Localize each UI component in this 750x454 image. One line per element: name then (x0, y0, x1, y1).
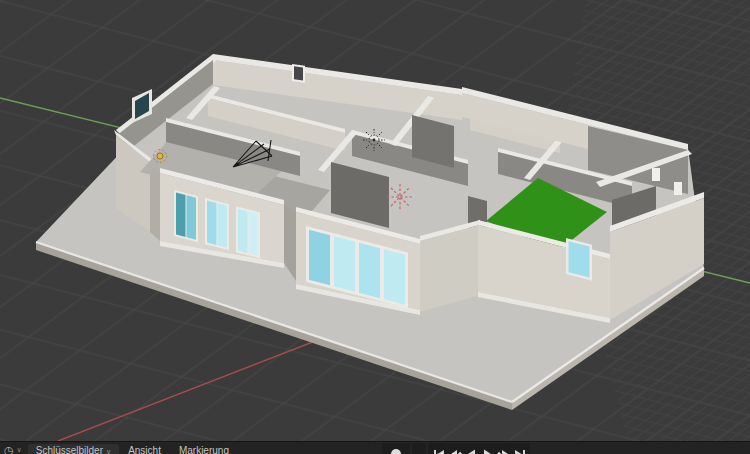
sun-light-object[interactable] (363, 129, 385, 151)
menu-ansicht[interactable]: Ansicht (119, 442, 170, 454)
playback-controls (382, 443, 530, 454)
play-reverse-button[interactable] (463, 443, 479, 454)
clock-icon: ◷ (4, 445, 14, 454)
record-icon (391, 449, 401, 454)
blender-window: ◷ ∨ Schlüsselbilder∨ Ansicht Markierung (0, 0, 750, 454)
3d-viewport[interactable] (0, 0, 750, 441)
auto-keyframe-record-button[interactable] (382, 443, 410, 454)
menu-markierung[interactable]: Markierung (170, 442, 238, 454)
editor-type-selector[interactable]: ◷ ∨ (0, 442, 28, 454)
next-keyframe-button[interactable] (495, 443, 511, 454)
play-reverse-icon (466, 448, 477, 454)
green-room-window (566, 238, 592, 281)
jump-to-end-icon (513, 448, 526, 454)
jump-to-start-button[interactable] (431, 443, 447, 454)
jump-to-start-icon (433, 448, 446, 454)
previous-keyframe-icon (449, 448, 462, 454)
previous-keyframe-button[interactable] (447, 443, 463, 454)
timeline-editor-header: ◷ ∨ Schlüsselbilder∨ Ansicht Markierung (0, 441, 750, 454)
menu-schluesselbilder[interactable]: Schlüsselbilder∨ (28, 444, 119, 454)
keying-set-selector[interactable] (412, 443, 426, 454)
chevron-down-icon: ∨ (106, 448, 111, 454)
next-keyframe-icon (497, 448, 510, 454)
play-button[interactable] (479, 443, 495, 454)
chevron-down-icon: ∨ (17, 446, 22, 454)
play-icon (482, 448, 493, 454)
jump-to-end-button[interactable] (511, 443, 527, 454)
